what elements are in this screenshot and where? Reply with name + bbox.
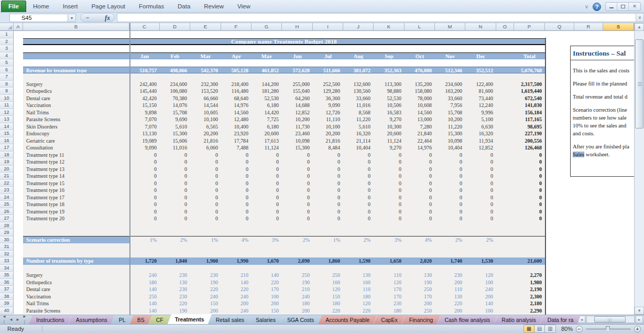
row-header-36[interactable]: 36 [0,279,14,286]
cell[interactable]: 505,128 [221,67,252,74]
cell[interactable]: 0 [282,152,313,159]
cell[interactable]: 0 [405,180,435,187]
cell[interactable]: 0 [129,215,160,222]
cell[interactable]: 0 [465,194,496,201]
ribbon-tab-insert[interactable]: Insert [56,1,85,12]
page-layout-view-icon[interactable]: ▤ [534,325,545,332]
row-label[interactable]: Nail Trims [23,300,129,307]
row-header-15[interactable]: 15 [0,130,14,137]
row-total[interactable]: 126,468 [514,144,545,152]
row-header-27[interactable]: 27 [0,215,14,222]
cell[interactable]: 0 [190,152,221,159]
row-label[interactable]: Treatment type 19 [23,208,129,216]
row-total[interactable]: 2,180 [514,300,545,307]
cell[interactable]: 218,400 [221,81,252,88]
cell[interactable]: 0 [313,166,343,173]
cell[interactable]: 6,180 [252,123,282,131]
cell[interactable]: 132,600 [343,81,374,88]
cell[interactable]: 52,530 [374,95,405,102]
cell[interactable]: 10,100 [190,116,221,123]
row-total[interactable]: 200,556 [514,137,545,145]
cell[interactable]: 6,565 [190,123,221,131]
cell[interactable]: 110 [435,286,465,293]
cell[interactable]: 110 [343,286,374,293]
cell[interactable]: 240 [221,293,252,300]
cell[interactable]: 5,610 [160,123,190,131]
row-header-37[interactable]: 37 [0,286,14,293]
row-total[interactable]: 0 [514,215,545,222]
zoom-slider[interactable] [586,328,631,330]
cell[interactable] [496,166,514,173]
cell[interactable] [14,279,23,286]
cell[interactable]: 240 [465,286,496,293]
cell[interactable]: 0 [160,152,190,159]
cell[interactable]: 0 [252,201,282,208]
cell[interactable]: 0 [435,215,465,222]
row-total[interactable]: 156,184 [514,109,545,116]
zoom-out-icon[interactable]: − [576,326,583,332]
cell[interactable]: 11,110 [313,116,343,123]
cell[interactable]: 10,098 [435,137,465,145]
zoom-level[interactable]: 80% [561,326,573,332]
cell[interactable] [14,208,23,216]
row-total[interactable]: 98,695 [514,123,545,131]
formula-input[interactable] [117,13,636,22]
row-header-20[interactable]: 20 [0,166,14,173]
cell[interactable]: 476,008 [405,67,435,74]
cell[interactable]: 0 [282,194,313,201]
cell[interactable]: 220 [221,286,252,293]
cell[interactable]: 230 [190,272,221,279]
cell[interactable]: 160 [313,279,343,286]
cell[interactable] [23,31,545,38]
cell[interactable] [14,45,23,52]
cell[interactable]: 5,100 [465,116,496,123]
row-header-35[interactable]: 35 [0,272,14,279]
row-header-3[interactable]: 3 [0,45,14,52]
row-header-13[interactable]: 13 [0,116,14,123]
row-header-32[interactable]: 32 [0,251,14,258]
cells-q-r-s[interactable] [545,222,634,230]
cell[interactable]: 250 [313,272,343,279]
column-header-P[interactable]: P [514,23,545,31]
row-header-2[interactable]: 2 [0,38,14,46]
row-total[interactable]: 1,980 [514,279,545,286]
column-header-R[interactable]: R [574,23,603,31]
row-header-34[interactable]: 34 [0,265,14,272]
cell[interactable]: 0 [343,166,374,173]
cell[interactable]: 3% [252,237,282,244]
row-total[interactable]: 0 [514,208,545,216]
cell[interactable] [23,265,545,272]
cell[interactable]: 0 [435,201,465,208]
cell[interactable]: 6,180 [252,102,282,109]
cell[interactable]: 9,090 [313,102,343,109]
cell[interactable] [14,187,23,194]
cell[interactable]: 160 [343,279,374,286]
cell[interactable]: 0 [160,166,190,173]
fx-icon[interactable]: fx [105,14,110,22]
cell[interactable]: 200 [252,300,282,307]
cell[interactable]: 0 [405,187,435,194]
row-label[interactable]: Treatment type 20 [23,215,129,222]
row-label[interactable]: Surgery [23,272,129,279]
cell[interactable]: 0 [221,166,252,173]
cell[interactable]: 0 [221,158,252,166]
row-total[interactable]: 0 [514,187,545,194]
cell[interactable]: 0 [313,208,343,216]
revenue-band-label[interactable]: Revenue by treatment type [23,67,129,74]
cell[interactable]: Feb [160,52,190,60]
row-label[interactable]: Treatment type 16 [23,187,129,194]
cell[interactable] [496,102,514,109]
cell[interactable]: 14,544 [190,102,221,109]
cell[interactable] [23,229,545,237]
cell[interactable]: 15,300 [160,130,190,137]
cell[interactable] [496,152,514,159]
column-header-D[interactable]: D [160,23,190,31]
row-label[interactable]: Endoscopy [23,130,129,137]
cell[interactable]: 190 [160,307,190,315]
row-label[interactable]: Surgery [23,81,129,88]
cell[interactable]: 17,784 [221,137,252,145]
cell[interactable]: 14,976 [405,144,435,152]
cell[interactable]: 1,720 [129,257,160,265]
cell[interactable]: 0 [129,187,160,194]
cell[interactable]: 0 [343,158,374,166]
